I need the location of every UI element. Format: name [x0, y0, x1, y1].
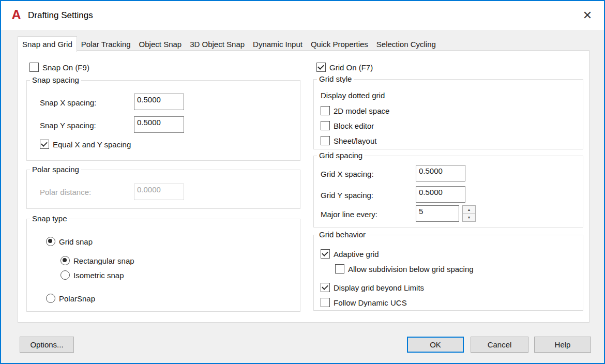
snap-y-spacing-input[interactable]: [134, 116, 184, 133]
grid-y-spacing-input[interactable]: [416, 186, 465, 203]
snap-on-checkbox[interactable]: Snap On (F9): [29, 63, 89, 72]
polarsnap-radio[interactable]: PolarSnap: [46, 294, 95, 303]
arrow-up-icon: ▲: [467, 208, 471, 211]
group-grid-spacing-title: Grid spacing: [317, 151, 365, 160]
group-polar-spacing-title: Polar spacing: [30, 165, 81, 174]
snap-x-spacing-label: Snap X spacing:: [40, 98, 96, 107]
adaptive-grid-checkbox[interactable]: Adaptive grid: [321, 249, 379, 259]
grid-x-spacing-input[interactable]: [416, 165, 465, 181]
tab-polar-tracking[interactable]: Polar Tracking: [77, 38, 135, 52]
major-line-every-label: Major line every:: [321, 210, 377, 219]
polar-distance-input: [134, 184, 184, 200]
adaptive-grid-label: Adaptive grid: [334, 250, 379, 259]
tab-object-snap[interactable]: Object Snap: [135, 38, 186, 52]
checkbox-icon: [29, 63, 39, 72]
checkbox-icon: [321, 283, 330, 292]
display-dotted-grid-label: Display dotted grid: [321, 91, 385, 100]
2d-model-space-checkbox[interactable]: 2D model space: [321, 106, 389, 115]
group-grid-behavior: Grid behavior Adaptive grid Allow subdiv…: [313, 235, 583, 311]
equal-xy-spacing-checkbox[interactable]: Equal X and Y spacing: [40, 140, 131, 149]
grid-on-checkbox[interactable]: Grid On (F7): [316, 63, 373, 72]
rectangular-snap-radio[interactable]: Rectangular snap: [61, 256, 134, 265]
tab-snap-and-grid[interactable]: Snap and Grid: [18, 36, 77, 52]
display-grid-beyond-limits-label: Display grid beyond Limits: [334, 283, 424, 292]
close-icon: ✕: [583, 9, 592, 22]
tab-selection-cycling[interactable]: Selection Cycling: [372, 38, 440, 52]
checkbox-icon: [321, 249, 330, 259]
tab-dynamic-input[interactable]: Dynamic Input: [249, 38, 307, 52]
spinner-down-button[interactable]: ▼: [462, 214, 476, 222]
tab-3d-object-snap[interactable]: 3D Object Snap: [186, 38, 249, 52]
major-line-spinner: ▲ ▼: [462, 205, 476, 222]
allow-subdivision-label: Allow subdivision below grid spacing: [348, 265, 474, 274]
tab-quick-properties[interactable]: Quick Properties: [307, 38, 372, 52]
checkbox-icon: [40, 140, 49, 149]
follow-dynamic-ucs-checkbox[interactable]: Follow Dynamic UCS: [321, 298, 407, 307]
ok-button[interactable]: OK: [407, 337, 464, 353]
block-editor-label: Block editor: [334, 122, 374, 130]
checkbox-icon: [321, 121, 330, 130]
checkbox-icon: [316, 63, 326, 72]
grid-on-label: Grid On (F7): [329, 63, 373, 72]
snap-y-spacing-label: Snap Y spacing:: [40, 121, 96, 130]
titlebar: A Drafting Settings ✕: [1, 1, 604, 30]
options-button[interactable]: Options...: [20, 337, 74, 353]
follow-dynamic-ucs-label: Follow Dynamic UCS: [334, 298, 407, 307]
isometric-snap-label: Isometric snap: [73, 271, 124, 280]
block-editor-checkbox[interactable]: Block editor: [321, 121, 374, 130]
group-grid-spacing: Grid spacing Grid X spacing: Grid Y spac…: [313, 156, 583, 228]
grid-y-spacing-label: Grid Y spacing:: [321, 191, 373, 200]
polarsnap-label: PolarSnap: [59, 294, 95, 303]
display-grid-beyond-limits-checkbox[interactable]: Display grid beyond Limits: [321, 283, 424, 292]
radio-icon: [61, 270, 70, 280]
snap-x-spacing-input[interactable]: [134, 94, 184, 110]
help-button[interactable]: Help: [534, 337, 591, 353]
major-line-every-input[interactable]: [416, 205, 459, 222]
autocad-icon: A: [9, 8, 23, 22]
radio-icon: [61, 256, 70, 265]
grid-x-spacing-label: Grid X spacing:: [321, 170, 374, 178]
grid-snap-radio[interactable]: Grid snap: [46, 237, 93, 246]
isometric-snap-radio[interactable]: Isometric snap: [61, 270, 124, 280]
sheet-layout-checkbox[interactable]: Sheet/layout: [321, 136, 376, 145]
equal-xy-spacing-label: Equal X and Y spacing: [53, 140, 131, 149]
cancel-button[interactable]: Cancel: [471, 337, 528, 353]
group-grid-style-title: Grid style: [317, 74, 354, 83]
checkbox-icon: [321, 298, 330, 307]
spinner-up-button[interactable]: ▲: [462, 205, 476, 214]
group-grid-style: Grid style Display dotted grid 2D model …: [313, 79, 583, 149]
group-snap-spacing: Snap spacing Snap X spacing: Snap Y spac…: [26, 80, 300, 161]
checkbox-icon: [321, 136, 330, 145]
group-snap-type: Snap type Grid snap Rectangular snap Iso…: [26, 219, 300, 312]
sheet-layout-label: Sheet/layout: [334, 136, 376, 145]
radio-icon: [46, 294, 55, 303]
grid-snap-label: Grid snap: [59, 237, 93, 246]
radio-icon: [46, 237, 55, 246]
arrow-down-icon: ▼: [467, 216, 471, 219]
tab-page-snap-and-grid: Snap On (F9) Snap spacing Snap X spacing…: [18, 50, 589, 323]
allow-subdivision-checkbox[interactable]: Allow subdivision below grid spacing: [335, 264, 474, 274]
snap-on-label: Snap On (F9): [42, 63, 89, 72]
group-snap-spacing-title: Snap spacing: [30, 75, 81, 84]
group-grid-behavior-title: Grid behavior: [317, 230, 368, 239]
group-polar-spacing: Polar spacing Polar distance:: [26, 170, 300, 209]
2d-model-space-label: 2D model space: [334, 107, 389, 115]
close-button[interactable]: ✕: [578, 6, 597, 25]
window-title: Drafting Settings: [28, 10, 93, 21]
drafting-settings-dialog: A Drafting Settings ✕ Snap and Grid Pola…: [0, 0, 605, 364]
group-snap-type-title: Snap type: [30, 214, 69, 223]
rectangular-snap-label: Rectangular snap: [73, 256, 134, 265]
polar-distance-label: Polar distance:: [40, 188, 91, 196]
checkbox-icon: [321, 106, 330, 115]
checkbox-icon: [335, 264, 344, 274]
tab-bar: Snap and Grid Polar Tracking Object Snap…: [18, 36, 440, 52]
